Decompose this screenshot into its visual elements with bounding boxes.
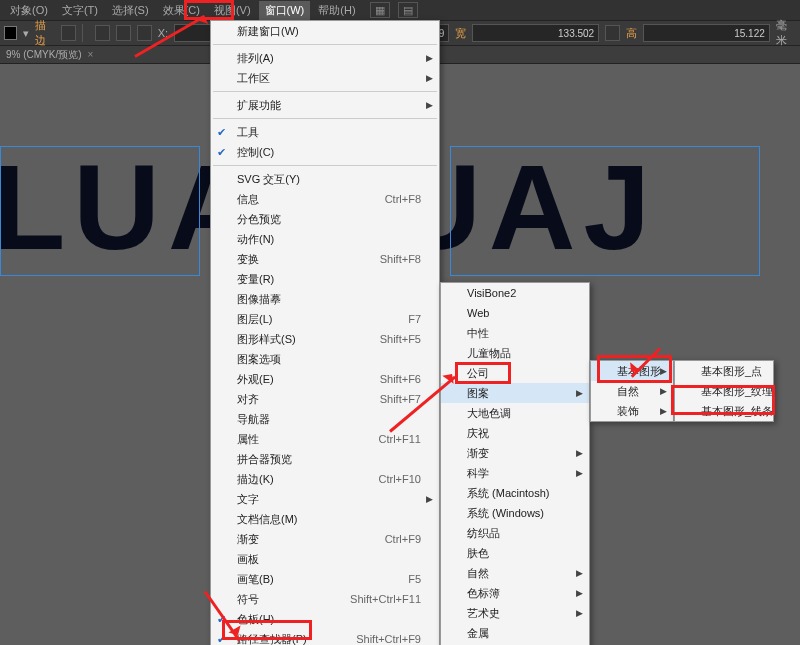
menu-item[interactable]: 符号Shift+Ctrl+F11 bbox=[211, 589, 439, 609]
menu-item[interactable]: 渐变Ctrl+F9 bbox=[211, 529, 439, 549]
stroke-label: 描边 bbox=[35, 18, 55, 48]
menu-item[interactable]: 系统 (Windows) bbox=[441, 503, 589, 523]
menu-item[interactable]: 动作(N) bbox=[211, 229, 439, 249]
menu-item[interactable]: 画板 bbox=[211, 549, 439, 569]
menu-item[interactable]: 渐变▶ bbox=[441, 443, 589, 463]
menu-item[interactable]: 画笔(B)F5 bbox=[211, 569, 439, 589]
menu-item[interactable]: 自然▶ bbox=[441, 563, 589, 583]
menu-type[interactable]: 文字(T) bbox=[56, 1, 104, 20]
annotation-box bbox=[597, 355, 672, 383]
window-menu: 新建窗口(W)排列(A)▶工作区▶扩展功能▶✔工具✔控制(C)SVG 交互(Y)… bbox=[210, 20, 440, 645]
menu-item[interactable]: 属性Ctrl+F11 bbox=[211, 429, 439, 449]
menu-item[interactable]: 科学▶ bbox=[441, 463, 589, 483]
menu-item[interactable]: 文字▶ bbox=[211, 489, 439, 509]
menu-item[interactable]: 文档信息(M) bbox=[211, 509, 439, 529]
menu-item[interactable]: 装饰▶ bbox=[591, 401, 673, 421]
menu-item[interactable]: 图案▶ bbox=[441, 383, 589, 403]
menu-window[interactable]: 窗口(W) bbox=[259, 1, 311, 20]
transform-icon[interactable] bbox=[116, 25, 131, 41]
menu-item[interactable]: 色标簿▶ bbox=[441, 583, 589, 603]
menu-item[interactable]: 中性 bbox=[441, 323, 589, 343]
menu-item[interactable]: 大地色调 bbox=[441, 403, 589, 423]
menu-item[interactable]: 自然▶ bbox=[591, 381, 673, 401]
stroke-swatch[interactable] bbox=[61, 25, 76, 41]
menu-item[interactable]: 艺术史▶ bbox=[441, 603, 589, 623]
menu-item[interactable]: ✔工具 bbox=[211, 122, 439, 142]
annotation-box bbox=[455, 362, 511, 384]
menu-item[interactable]: 扩展功能▶ bbox=[211, 95, 439, 115]
menu-item[interactable]: 肤色 bbox=[441, 543, 589, 563]
menu-object[interactable]: 对象(O) bbox=[4, 1, 54, 20]
menu-item[interactable]: 排列(A)▶ bbox=[211, 48, 439, 68]
layout-icon[interactable]: ▦ bbox=[370, 2, 390, 18]
menu-item[interactable]: 图案选项 bbox=[211, 349, 439, 369]
menu-item[interactable]: 庆祝 bbox=[441, 423, 589, 443]
link-icon[interactable] bbox=[605, 25, 620, 41]
zoom-label: 9% (CMYK/预览) bbox=[6, 48, 82, 62]
menu-item[interactable]: 变换Shift+F8 bbox=[211, 249, 439, 269]
menu-item[interactable]: 外观(E)Shift+F6 bbox=[211, 369, 439, 389]
anchor-icon[interactable] bbox=[137, 25, 152, 41]
menu-item[interactable]: 变量(R) bbox=[211, 269, 439, 289]
menu-item[interactable]: 基本图形_点 bbox=[675, 361, 773, 381]
menu-item[interactable]: 分色预览 bbox=[211, 209, 439, 229]
menu-item[interactable]: ✔控制(C) bbox=[211, 142, 439, 162]
menu-item[interactable]: 金属 bbox=[441, 623, 589, 643]
menu-item[interactable]: VisiBone2 bbox=[441, 283, 589, 303]
menu-item[interactable]: Web bbox=[441, 303, 589, 323]
annotation-box bbox=[671, 385, 775, 415]
annotation-box bbox=[184, 0, 234, 20]
menu-item[interactable]: 拼合器预览 bbox=[211, 449, 439, 469]
menu-item[interactable]: 新建窗口(W) bbox=[211, 21, 439, 41]
menu-item[interactable]: 系统 (Macintosh) bbox=[441, 483, 589, 503]
menu-help[interactable]: 帮助(H) bbox=[312, 1, 361, 20]
menubar: 对象(O) 文字(T) 选择(S) 效果(C) 视图(V) 窗口(W) 帮助(H… bbox=[0, 0, 800, 20]
menu-item[interactable]: SVG 交互(Y) bbox=[211, 169, 439, 189]
menu-item[interactable]: 图像描摹 bbox=[211, 289, 439, 309]
menu-item[interactable]: 图层(L)F7 bbox=[211, 309, 439, 329]
w-field[interactable] bbox=[472, 24, 599, 42]
menu-item[interactable]: 儿童物品 bbox=[441, 343, 589, 363]
width-label: 宽 bbox=[455, 26, 466, 41]
selection-box bbox=[450, 146, 760, 276]
menu-item[interactable]: 对齐Shift+F7 bbox=[211, 389, 439, 409]
menu-item[interactable]: 信息Ctrl+F8 bbox=[211, 189, 439, 209]
swatch-lib-menu: VisiBone2Web中性儿童物品公司图案▶大地色调庆祝渐变▶科学▶系统 (M… bbox=[440, 282, 590, 645]
align-icon[interactable] bbox=[95, 25, 110, 41]
unit-label: 毫米 bbox=[776, 18, 796, 48]
fill-swatch[interactable] bbox=[4, 26, 17, 40]
annotation-box bbox=[222, 620, 312, 640]
menu-item[interactable]: 纺织品 bbox=[441, 523, 589, 543]
selection-box bbox=[0, 146, 200, 276]
menu-item[interactable]: 描边(K)Ctrl+F10 bbox=[211, 469, 439, 489]
layout2-icon[interactable]: ▤ bbox=[398, 2, 418, 18]
h-field[interactable] bbox=[643, 24, 770, 42]
menu-item[interactable]: 图形样式(S)Shift+F5 bbox=[211, 329, 439, 349]
menu-item[interactable]: 工作区▶ bbox=[211, 68, 439, 88]
menu-select[interactable]: 选择(S) bbox=[106, 1, 155, 20]
height-label: 高 bbox=[626, 26, 637, 41]
